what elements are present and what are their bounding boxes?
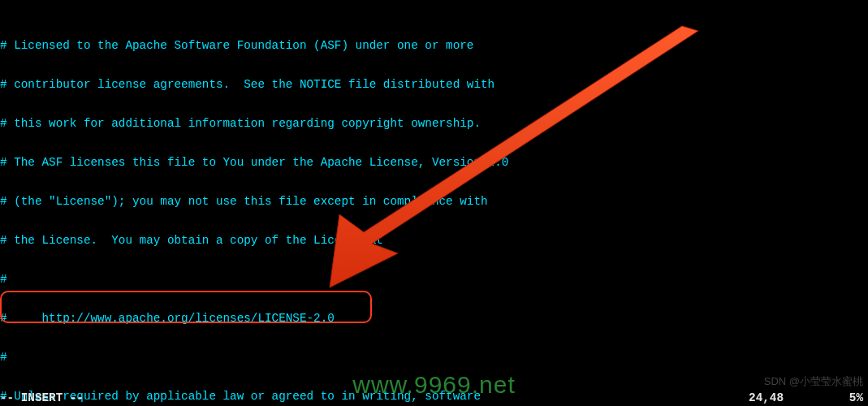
comment-line: # (the "License"); you may not use this … <box>0 195 868 208</box>
terminal-viewport[interactable]: # Licensed to the Apache Software Founda… <box>0 0 868 406</box>
comment-line: # contributor license agreements. See th… <box>0 78 868 91</box>
comment-line: # The ASF licenses this file to You unde… <box>0 156 868 169</box>
comment-line: # this work for additional information r… <box>0 117 868 130</box>
vim-scroll-percent: 5% <box>849 391 863 404</box>
vim-cursor-position: 24,48 <box>749 391 784 404</box>
watermark-side: SDN @小莹莹水蜜桃 <box>764 375 863 388</box>
comment-line: # the License. You may obtain a copy of … <box>0 234 868 247</box>
vim-status-bar: -- INSERT -- 24,48 5% <box>0 391 868 406</box>
comment-line: # <box>0 351 868 364</box>
comment-line: # <box>0 273 868 286</box>
comment-line: # http://www.apache.org/licenses/LICENSE… <box>0 312 868 325</box>
vim-mode-indicator: -- INSERT -- <box>0 391 84 406</box>
comment-line: # Licensed to the Apache Software Founda… <box>0 39 868 52</box>
